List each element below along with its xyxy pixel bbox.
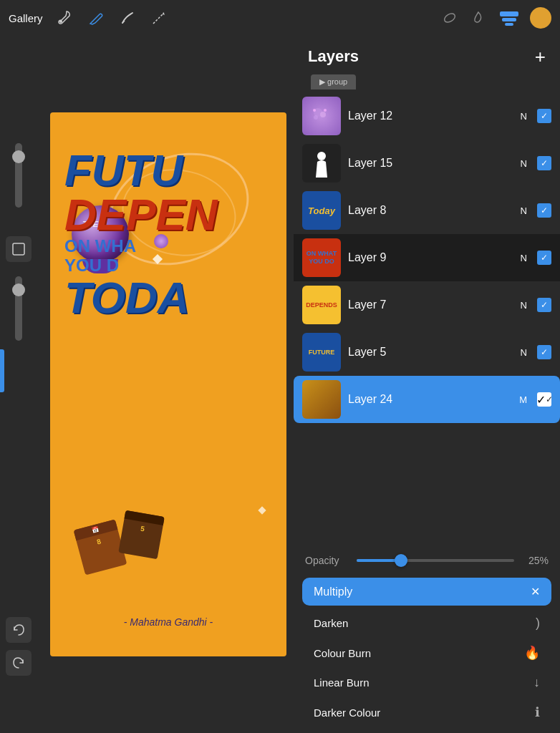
calligraphy-tool[interactable]: [117, 8, 137, 28]
color-picker[interactable]: [530, 7, 551, 29]
layer-7-info: Layer 7: [348, 298, 513, 311]
opacity-label: Opacity: [305, 555, 348, 566]
opacity-value: 25%: [523, 555, 549, 566]
modify-tool[interactable]: [54, 8, 74, 28]
blend-tool[interactable]: [468, 8, 488, 28]
layers-toggle-button[interactable]: [497, 8, 521, 28]
layer-7-name: Layer 7: [348, 298, 513, 311]
layer-item-7[interactable]: DEPENDS Layer 7 N: [294, 281, 560, 329]
brush-size-slider[interactable]: [15, 143, 22, 208]
opacity-slider-thumb[interactable]: [395, 554, 407, 567]
svg-point-0: [59, 20, 62, 23]
toolbar-right: [440, 7, 551, 29]
layer-15-checkbox[interactable]: [537, 156, 551, 170]
svg-rect-4: [505, 23, 513, 26]
svg-rect-2: [500, 11, 518, 16]
svg-rect-5: [13, 243, 24, 255]
layer-item-24[interactable]: Layer 24 M ✓: [294, 376, 560, 423]
blend-mode-multiply[interactable]: Multiply ✕: [302, 578, 551, 606]
svg-rect-3: [502, 18, 516, 21]
blend-mode-darken-label: Darken: [314, 617, 348, 629]
text-on-what: ON WHA: [64, 237, 136, 256]
svg-point-9: [313, 109, 316, 112]
add-layer-button[interactable]: +: [535, 47, 546, 66]
artwork-quote: - Mahatma Gandhi -: [64, 602, 272, 628]
blend-mode-colour-burn[interactable]: Colour Burn 🔥: [302, 638, 551, 668]
blend-mode-linear-burn-label: Linear Burn: [314, 676, 370, 689]
layer-7-blend: N: [521, 300, 527, 311]
eraser-tool[interactable]: [440, 8, 460, 28]
text-future: FUTU: [64, 148, 272, 193]
layer-15-info: Layer 15: [348, 157, 513, 170]
artwork-text: FUTU DEPEN ON WHA YOU D TODA: [64, 148, 272, 320]
canvas-area: THE FUTU DEPEN ON WHA YOU D TODA 📅 8 5: [0, 36, 294, 733]
blend-mode-darker-colour[interactable]: Darker Colour ℹ: [302, 697, 551, 727]
opacity-slider-fill: [357, 559, 396, 562]
layer-8-name: Layer 8: [348, 204, 513, 217]
layer-9-checkbox[interactable]: [537, 251, 551, 265]
layer-12-blend: N: [521, 111, 527, 122]
layer-item-12[interactable]: Layer 12 N: [294, 92, 560, 140]
layer-24-thumb: [302, 380, 341, 419]
layer-12-thumb: [302, 97, 341, 135]
svg-point-7: [320, 112, 326, 117]
layer-8-checkbox[interactable]: [537, 203, 551, 218]
left-scroll-indicator[interactable]: [0, 349, 4, 392]
layer-5-checkbox[interactable]: [537, 345, 551, 359]
layer-5-blend: N: [521, 347, 527, 358]
bottom-left-tools: [6, 617, 32, 676]
layer-7-thumb: DEPENDS: [302, 286, 341, 324]
layers-panel-title: Layers: [308, 47, 359, 66]
smudge-tool[interactable]: [149, 8, 169, 28]
left-tools: [6, 143, 32, 341]
gallery-button[interactable]: Gallery: [9, 12, 43, 24]
layer-5-thumb: FUTURE: [302, 333, 341, 372]
layer-item-8[interactable]: Today Layer 8 N: [294, 187, 560, 234]
opacity-row: Opacity 25%: [294, 549, 560, 572]
layer-12-info: Layer 12: [348, 110, 513, 122]
layers-list: Layer 12 N Layer 15 N Today Layer 8: [294, 92, 560, 549]
layer-item-9[interactable]: ON WHATYOU DO Layer 9 N: [294, 234, 560, 281]
blend-mode-section: Multiply ✕ Darken ) Colour Burn 🔥 Linear…: [294, 572, 560, 733]
layer-group-area: ▶ group: [294, 74, 560, 92]
layer-12-checkbox[interactable]: [537, 109, 551, 123]
artwork-canvas: THE FUTU DEPEN ON WHA YOU D TODA 📅 8 5: [50, 112, 286, 656]
svg-point-8: [314, 115, 318, 120]
layer-item-5[interactable]: FUTURE Layer 5 N: [294, 329, 560, 376]
text-today: TODA: [64, 276, 272, 320]
selection-tool[interactable]: [6, 236, 32, 262]
blend-mode-close-icon[interactable]: ✕: [531, 585, 540, 598]
opacity-slider[interactable]: [15, 276, 22, 341]
svg-point-11: [317, 152, 326, 160]
layer-7-checkbox[interactable]: [537, 298, 551, 312]
blend-mode-darker-colour-label: Darker Colour: [314, 707, 380, 719]
layer-9-blend: N: [521, 253, 527, 263]
layer-24-checkbox[interactable]: ✓: [537, 392, 551, 407]
redo-button[interactable]: [6, 650, 32, 676]
layer-24-name: Layer 24: [348, 393, 512, 406]
layer-8-thumb: Today: [302, 191, 341, 230]
layer-5-name: Layer 5: [348, 346, 513, 359]
svg-point-10: [324, 109, 327, 112]
opacity-slider-track[interactable]: [357, 559, 514, 562]
layer-24-info: Layer 24: [348, 393, 512, 406]
layer-9-info: Layer 9: [348, 251, 513, 264]
pen-tool[interactable]: [86, 8, 106, 28]
layer-12-name: Layer 12: [348, 110, 513, 122]
linear-burn-icon: ↓: [534, 675, 540, 690]
darker-colour-icon: ℹ: [535, 704, 540, 720]
text-depends: DEPEN: [64, 193, 272, 237]
layer-5-info: Layer 5: [348, 346, 513, 359]
layer-8-info: Layer 8: [348, 204, 513, 217]
blend-mode-linear-burn[interactable]: Linear Burn ↓: [302, 668, 551, 697]
darken-icon: ): [536, 616, 540, 631]
blend-mode-darken[interactable]: Darken ): [302, 608, 551, 638]
colour-burn-icon: 🔥: [524, 645, 540, 661]
undo-button[interactable]: [6, 617, 32, 643]
layer-8-blend: N: [521, 205, 527, 216]
layer-group-tab[interactable]: ▶ group: [311, 74, 356, 89]
svg-point-1: [443, 12, 457, 24]
layer-item-15[interactable]: Layer 15 N: [294, 140, 560, 187]
layer-15-name: Layer 15: [348, 157, 513, 170]
top-toolbar: Gallery: [0, 0, 560, 36]
